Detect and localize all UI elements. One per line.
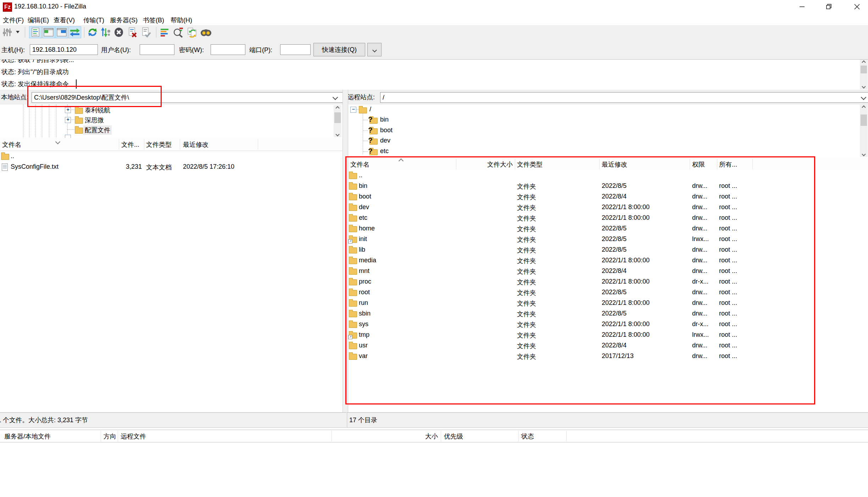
column-separator[interactable]: [515, 159, 515, 169]
minimize-button[interactable]: [794, 0, 811, 13]
table-row[interactable]: lib文件夹2022/8/5drw...root ...: [347, 245, 868, 255]
tree-item[interactable]: 配置文件: [0, 125, 343, 135]
expand-icon[interactable]: +: [65, 107, 71, 113]
table-row[interactable]: etc文件夹2022/1/1 8:00:00drw...root ...: [347, 213, 868, 223]
column-separator[interactable]: [518, 431, 519, 441]
site-manager-button[interactable]: [1, 26, 13, 38]
table-row[interactable]: run文件夹2022/1/1 8:00:00drw...root ...: [347, 298, 868, 308]
log-scrollbar[interactable]: [860, 60, 868, 89]
table-row[interactable]: media文件夹2022/1/1 8:00:00drw...root ...: [347, 255, 868, 266]
column-separator[interactable]: [752, 159, 753, 169]
close-button[interactable]: [848, 0, 866, 13]
menu-server[interactable]: 服务器(S): [108, 15, 139, 25]
toggle-message-log-button[interactable]: [29, 26, 42, 38]
toggle-transfer-queue-button[interactable]: [68, 26, 81, 38]
column-separator[interactable]: [258, 139, 258, 150]
toggle-remote-tree-button[interactable]: [55, 26, 68, 38]
scroll-up-button[interactable]: [860, 105, 868, 110]
panel-splitter[interactable]: [343, 90, 348, 412]
table-row[interactable]: mnt文件夹2022/8/4drw...root ...: [347, 266, 868, 277]
queue-column-server-local[interactable]: 服务器/本地文件: [4, 432, 51, 441]
column-separator[interactable]: [118, 431, 118, 441]
synchronized-browsing-button[interactable]: [186, 26, 199, 38]
tree-item[interactable]: ?boot: [347, 125, 868, 136]
tree-item-label[interactable]: dev: [379, 136, 392, 145]
tree-item[interactable]: −/: [347, 105, 868, 115]
column-header-type[interactable]: 文件类型: [517, 160, 542, 169]
tree-item[interactable]: ?dev: [347, 136, 868, 146]
column-separator[interactable]: [717, 159, 717, 169]
queue-column-size[interactable]: 大小: [404, 432, 438, 441]
collapse-icon[interactable]: −: [350, 107, 356, 113]
table-row[interactable]: ↗tmp文件夹2022/1/1 8:00:00lrwx...root ...: [347, 330, 868, 340]
table-row[interactable]: var文件夹2017/12/13drw...root ...: [347, 351, 868, 362]
table-row[interactable]: root文件夹2022/8/5drw...root ...: [347, 287, 868, 298]
table-row[interactable]: bin文件夹2022/8/5drw...root ...: [347, 181, 868, 191]
local-tree-scrollbar[interactable]: [334, 105, 341, 137]
quickconnect-dropdown-button[interactable]: [367, 43, 382, 56]
cancel-button[interactable]: [112, 26, 125, 38]
column-separator[interactable]: [332, 431, 332, 441]
menu-view[interactable]: 查看(V): [52, 15, 76, 25]
refresh-button[interactable]: [86, 26, 99, 38]
remote-site-combobox[interactable]: /: [380, 92, 868, 103]
column-separator[interactable]: [690, 159, 690, 169]
table-row[interactable]: ..: [0, 151, 343, 162]
tree-item-label[interactable]: 泰利锐航: [83, 106, 112, 115]
queue-column-status[interactable]: 状态: [521, 432, 534, 441]
column-header-size[interactable]: 文件...: [121, 140, 139, 149]
remote-tree-scrollbar[interactable]: [860, 105, 868, 157]
port-input[interactable]: [280, 44, 311, 55]
tree-item-label[interactable]: 深思微: [83, 116, 105, 125]
local-site-combobox[interactable]: C:\Users\0829\Desktop\配置文件\: [32, 92, 344, 103]
table-row[interactable]: dev文件夹2022/1/1 8:00:00drw...root ...: [347, 202, 868, 213]
column-header-name[interactable]: 文件名: [350, 160, 369, 169]
queue-column-remote-file[interactable]: 远程文件: [121, 432, 146, 441]
scrollbar-thumb[interactable]: [334, 112, 341, 123]
username-input[interactable]: [140, 44, 174, 55]
tree-item[interactable]: ?etc: [347, 146, 868, 157]
table-row[interactable]: home文件夹2022/8/5drw...root ...: [347, 223, 868, 234]
table-row[interactable]: ..: [347, 170, 868, 181]
scroll-up-button[interactable]: [860, 60, 868, 65]
menu-edit[interactable]: 编辑(E): [26, 15, 50, 25]
tree-item-label[interactable]: 配置文件: [83, 125, 112, 135]
menu-file[interactable]: 文件(F): [1, 15, 25, 25]
tree-item-label[interactable]: bin: [379, 116, 390, 124]
column-header-owner[interactable]: 所有...: [719, 160, 737, 169]
scrollbar-thumb[interactable]: [861, 66, 867, 73]
queue-column-priority[interactable]: 优先级: [444, 432, 463, 441]
tree-item-label[interactable]: /: [368, 105, 373, 113]
scrollbar-thumb[interactable]: [861, 115, 867, 126]
column-separator[interactable]: [180, 139, 180, 150]
process-queue-button[interactable]: [99, 26, 111, 38]
menu-transfer[interactable]: 传输(T): [82, 15, 106, 25]
column-separator[interactable]: [119, 139, 119, 150]
scroll-down-button[interactable]: [860, 151, 868, 157]
table-row[interactable]: ↗init文件夹2022/8/5lrwx...root ...: [347, 234, 868, 245]
password-input[interactable]: [211, 44, 245, 55]
tree-item-label[interactable]: etc: [379, 147, 390, 155]
restore-button[interactable]: [820, 0, 838, 13]
quickconnect-button[interactable]: 快速连接(Q): [313, 43, 365, 56]
column-separator[interactable]: [101, 431, 101, 441]
table-row[interactable]: boot文件夹2022/8/4drw...root ...: [347, 191, 868, 202]
scroll-down-button[interactable]: [860, 84, 868, 89]
tree-item[interactable]: +深思微: [0, 115, 343, 125]
queue-column-direction[interactable]: 方向: [104, 432, 116, 441]
site-manager-dropdown-button[interactable]: [13, 26, 22, 38]
table-row[interactable]: sbin文件夹2022/8/5drw...root ...: [347, 308, 868, 319]
menu-help[interactable]: 帮助(H): [169, 15, 194, 25]
column-header-size[interactable]: 文件大小: [456, 160, 513, 169]
column-separator[interactable]: [599, 159, 600, 169]
toggle-local-tree-button[interactable]: [42, 26, 55, 38]
expand-icon[interactable]: +: [65, 117, 71, 123]
column-header-perms[interactable]: 权限: [692, 160, 705, 169]
scroll-down-button[interactable]: [334, 132, 341, 137]
table-row[interactable]: sys文件夹2022/1/1 8:00:00dr-x...root ...: [347, 319, 868, 330]
find-files-button[interactable]: [200, 26, 212, 38]
column-header-modified[interactable]: 最近修改: [183, 140, 208, 149]
column-separator[interactable]: [144, 139, 144, 150]
table-row[interactable]: proc文件夹2022/1/1 8:00:00dr-x...root ...: [347, 277, 868, 287]
column-separator[interactable]: [441, 431, 441, 441]
